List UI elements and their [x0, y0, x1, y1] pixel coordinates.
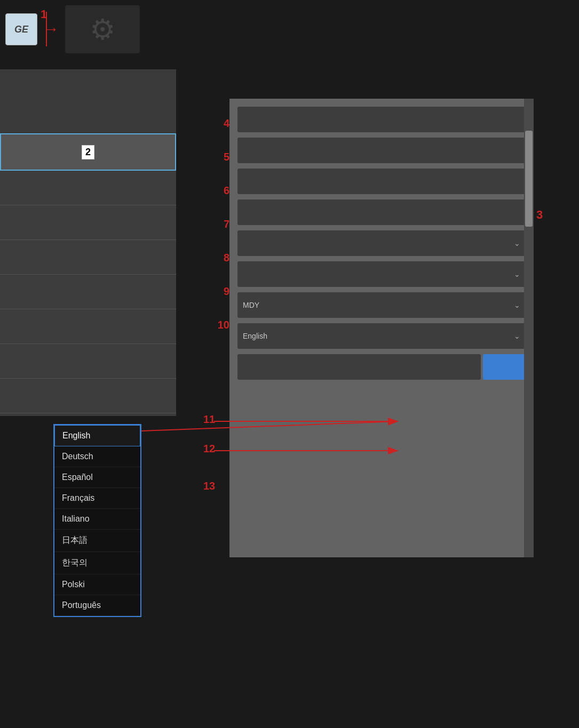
row-number-9: 9	[200, 275, 229, 308]
panel-inner: ⌄ ⌄ MDY ⌄ English ⌄	[229, 99, 534, 557]
row-11-chevron: ⌄	[514, 332, 520, 340]
row-4-input[interactable]	[237, 107, 526, 132]
sidebar-row-4[interactable]	[0, 205, 176, 240]
lang-option-portuguese[interactable]: Português	[54, 595, 140, 616]
lang-option-deutsch[interactable]: Deutsch	[54, 446, 140, 467]
top-area: GE → ⚙	[5, 5, 140, 53]
row-11-dropdown[interactable]: English ⌄	[237, 323, 526, 349]
language-dropdown-popup[interactable]: English Deutsch Español Français Italian…	[53, 424, 141, 617]
row-9-dropdown[interactable]: ⌄	[237, 261, 526, 287]
settings-row-8: ⌄	[237, 230, 526, 256]
row-number-10: 10	[200, 308, 229, 342]
settings-row-4	[237, 107, 526, 132]
sidebar-row-5[interactable]	[0, 240, 176, 275]
settings-row-10: MDY ⌄	[237, 292, 526, 318]
settings-row-7	[237, 199, 526, 225]
row-10-value: MDY	[243, 301, 259, 309]
row-number-6: 6	[200, 174, 229, 207]
row-6-input[interactable]	[237, 169, 526, 194]
settings-row-13	[237, 385, 526, 389]
annotation-3-label: 3	[536, 208, 543, 222]
lang-option-english[interactable]: English	[54, 425, 140, 446]
row-number-5: 5	[200, 140, 229, 174]
annotation-1-bracket	[46, 12, 47, 46]
sidebar-row-6[interactable]	[0, 275, 176, 309]
right-panel: ⌄ ⌄ MDY ⌄ English ⌄	[229, 99, 534, 557]
row-number-8: 8	[200, 241, 229, 275]
sidebar-row-9[interactable]	[0, 379, 176, 413]
row-5-input[interactable]	[237, 138, 526, 163]
row-number-7: 7	[200, 207, 229, 241]
sidebar-row-3[interactable]	[0, 171, 176, 205]
annotation-13-label: 13	[203, 480, 215, 492]
row-number-4: 4	[200, 107, 229, 140]
gear-icon: ⚙	[90, 13, 115, 46]
ge-logo-text: GE	[14, 24, 28, 35]
lang-option-japanese[interactable]: 日本語	[54, 530, 140, 552]
sidebar-top-area	[0, 69, 176, 133]
annotation-12-label: 12	[203, 443, 215, 455]
settings-row-11: English ⌄	[237, 323, 526, 349]
settings-row-12	[237, 354, 526, 380]
sidebar-row-7[interactable]	[0, 309, 176, 344]
ge-logo: GE	[5, 13, 37, 45]
lang-option-korean[interactable]: 한국의	[54, 552, 140, 574]
row-10-chevron: ⌄	[514, 301, 520, 309]
row-12-blue-button[interactable]	[483, 354, 526, 380]
annotation-11-label: 11	[203, 413, 215, 426]
annotation-2-label: 2	[82, 145, 94, 159]
settings-row-6	[237, 169, 526, 194]
scrollbar-thumb[interactable]	[525, 131, 533, 227]
row-11-value: English	[243, 332, 267, 340]
row-8-chevron: ⌄	[514, 239, 520, 247]
settings-row-9: ⌄	[237, 261, 526, 287]
row-9-chevron: ⌄	[514, 270, 520, 278]
row-12-inner	[237, 354, 526, 380]
lang-option-espanol[interactable]: Español	[54, 467, 140, 488]
lang-option-italiano[interactable]: Italiano	[54, 509, 140, 530]
gear-box: ⚙	[65, 5, 140, 53]
row-10-dropdown[interactable]: MDY ⌄	[237, 292, 526, 318]
row-12-dark-part[interactable]	[237, 354, 481, 380]
lang-option-polski[interactable]: Polski	[54, 574, 140, 595]
row-8-dropdown[interactable]: ⌄	[237, 230, 526, 256]
row-7-input[interactable]	[237, 199, 526, 225]
settings-row-5	[237, 138, 526, 163]
lang-option-francais[interactable]: Français	[54, 488, 140, 509]
scrollbar-track	[524, 99, 534, 557]
sidebar-row-8[interactable]	[0, 344, 176, 379]
sidebar-selected-row[interactable]: 2	[0, 133, 176, 171]
left-sidebar: 2	[0, 69, 176, 416]
